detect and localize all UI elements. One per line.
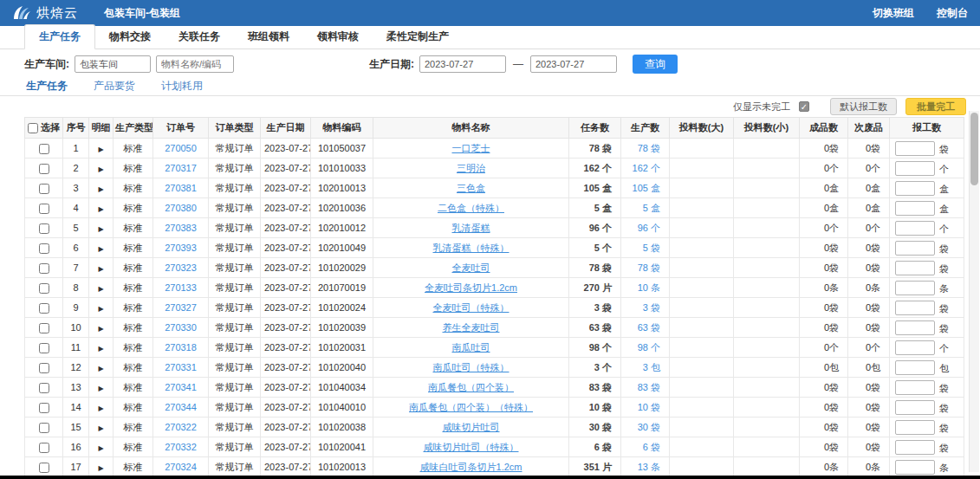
material-link[interactable]: 南瓜餐包（四个装） [428,382,514,392]
expand-row-icon[interactable]: ▶ [98,265,103,273]
material-link[interactable]: 咸味切片吐司（特殊） [424,442,519,452]
material-search-input[interactable] [156,55,234,73]
tab-material-handover[interactable]: 物料交接 [95,25,165,49]
report-qty-input[interactable] [895,281,935,295]
row-select-checkbox[interactable] [39,144,49,154]
row-select-checkbox[interactable] [39,343,49,353]
prod-qty-link[interactable]: 96 个 [638,223,660,233]
material-link[interactable]: 全麦吐司（特殊） [433,302,509,313]
order-link[interactable]: 270341 [165,382,197,392]
prod-qty-link[interactable]: 3 包 [643,362,660,372]
row-select-checkbox[interactable] [39,204,49,214]
default-report-qty-button[interactable]: 默认报工数 [830,98,897,115]
expand-row-icon[interactable]: ▶ [98,405,103,412]
select-all-checkbox[interactable] [28,123,38,133]
order-link[interactable]: 270393 [165,243,197,253]
material-link[interactable]: 三色盒 [457,183,485,193]
prod-qty-link[interactable]: 105 盒 [633,183,660,193]
prod-qty-link[interactable]: 162 个 [633,163,660,173]
only-unfinished-checkbox[interactable]: ✓ [799,101,809,112]
material-link[interactable]: 乳清蛋糕（特殊） [433,243,509,253]
tab-picking-review[interactable]: 领料审核 [303,25,373,49]
material-link[interactable]: 全麦吐司条切片1.2cm [425,282,517,293]
row-select-checkbox[interactable] [39,323,49,333]
prod-qty-link[interactable]: 10 条 [638,282,660,293]
expand-row-icon[interactable]: ▶ [98,285,103,293]
report-qty-input[interactable] [895,301,935,315]
workshop-input[interactable] [75,55,151,73]
report-qty-input[interactable] [895,221,935,236]
subtab-planned-usage[interactable]: 计划耗用 [161,79,203,94]
expand-row-icon[interactable]: ▶ [98,165,103,173]
expand-row-icon[interactable]: ▶ [98,444,103,452]
order-link[interactable]: 270322 [165,422,197,432]
expand-row-icon[interactable]: ▶ [98,245,103,253]
order-link[interactable]: 270330 [165,322,197,333]
row-select-checkbox[interactable] [39,403,49,413]
order-link[interactable]: 270050 [165,143,197,153]
report-qty-input[interactable] [895,320,935,335]
report-qty-input[interactable] [895,400,935,415]
expand-row-icon[interactable]: ▶ [98,325,103,333]
report-qty-input[interactable] [895,141,935,156]
order-link[interactable]: 270133 [165,282,197,293]
row-select-checkbox[interactable] [39,283,49,294]
material-link[interactable]: 一口芝士 [452,143,490,153]
row-select-checkbox[interactable] [39,423,49,433]
subtab-product-demand[interactable]: 产品要货 [94,79,135,94]
order-link[interactable]: 270331 [165,362,197,372]
expand-row-icon[interactable]: ▶ [98,385,103,392]
prod-qty-link[interactable]: 30 袋 [638,422,660,432]
date-from-input[interactable] [419,55,506,73]
report-qty-input[interactable] [895,360,935,375]
subtab-production-task[interactable]: 生产任务 [26,79,68,94]
tab-related-task[interactable]: 关联任务 [165,25,234,49]
report-qty-input[interactable] [895,181,935,196]
prod-qty-link[interactable]: 5 袋 [643,243,660,253]
material-link[interactable]: 咸味白吐司条切片1.2cm [420,462,522,472]
expand-row-icon[interactable]: ▶ [98,146,103,153]
prod-qty-link[interactable]: 3 袋 [643,302,660,313]
row-select-checkbox[interactable] [39,184,49,194]
vertical-scrollbar[interactable] [969,111,979,472]
material-link[interactable]: 养生全麦吐司 [443,322,500,333]
material-link[interactable]: 南瓜吐司（特殊） [433,362,509,372]
report-qty-input[interactable] [895,241,935,256]
material-link[interactable]: 三明治 [457,163,485,173]
material-link[interactable]: 咸味切片吐司 [443,422,500,432]
order-link[interactable]: 270317 [165,163,197,173]
expand-row-icon[interactable]: ▶ [98,345,103,353]
expand-row-icon[interactable]: ▶ [98,365,103,372]
row-select-checkbox[interactable] [39,463,49,473]
row-select-checkbox[interactable] [39,223,49,234]
order-link[interactable]: 270318 [165,342,197,353]
row-select-checkbox[interactable] [39,383,49,393]
expand-row-icon[interactable]: ▶ [98,464,103,472]
expand-row-icon[interactable]: ▶ [98,424,103,432]
material-link[interactable]: 全麦吐司 [452,262,490,273]
prod-qty-link[interactable]: 83 袋 [638,382,660,392]
report-qty-input[interactable] [895,420,935,435]
expand-row-icon[interactable]: ▶ [98,185,103,193]
tab-team-picking[interactable]: 班组领料 [234,25,303,49]
tab-flexible-custom[interactable]: 柔性定制生产 [373,25,463,49]
console-link[interactable]: 控制台 [937,6,968,21]
expand-row-icon[interactable]: ▶ [98,225,103,233]
report-qty-input[interactable] [895,261,935,275]
order-link[interactable]: 270323 [165,262,197,273]
prod-qty-link[interactable]: 5 盒 [643,203,660,213]
order-link[interactable]: 270383 [165,223,197,233]
prod-qty-link[interactable]: 6 袋 [643,442,660,452]
order-link[interactable]: 270324 [165,462,197,472]
scrollbar-thumb[interactable] [970,113,978,185]
report-qty-input[interactable] [895,340,935,355]
report-qty-input[interactable] [895,380,935,395]
row-select-checkbox[interactable] [39,303,49,314]
date-to-input[interactable] [530,55,617,73]
material-link[interactable]: 乳清蛋糕 [452,223,490,233]
prod-qty-link[interactable]: 13 条 [638,462,660,472]
order-link[interactable]: 270332 [165,442,197,452]
row-select-checkbox[interactable] [39,363,49,373]
batch-finish-button[interactable]: 批量完工 [905,98,966,115]
order-link[interactable]: 270327 [165,302,197,313]
